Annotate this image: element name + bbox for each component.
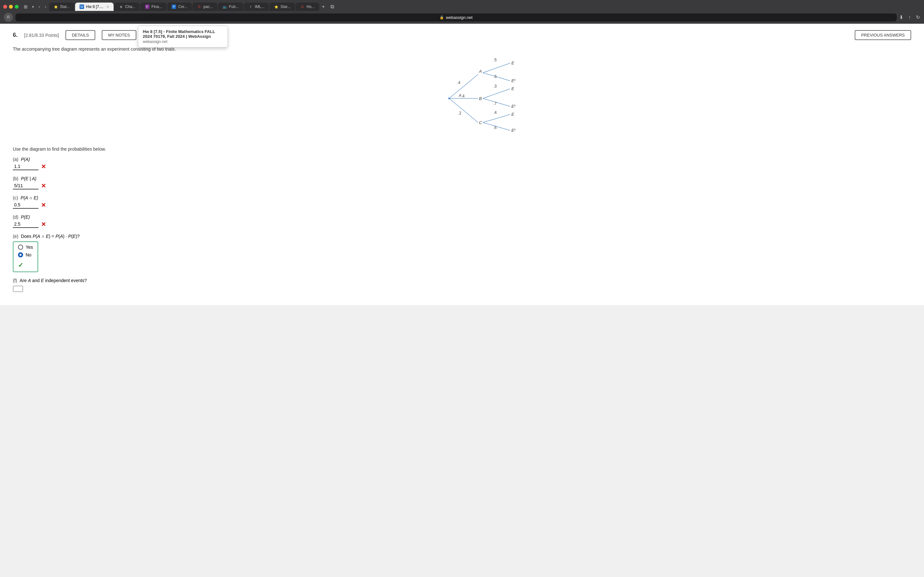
part-a: (a) P(A) ✕ bbox=[13, 157, 911, 170]
svg-text:E: E bbox=[511, 86, 514, 91]
svg-line-10 bbox=[483, 63, 510, 73]
part-c-question: (c) P(A ∩ E) bbox=[13, 195, 911, 200]
tree-diagram: A .4 A B .4 C .2 E Ec .5 .5 E Ec .3 .7 E… bbox=[385, 57, 539, 140]
tooltip-url: webassign.net bbox=[143, 39, 223, 44]
part-b-wrong-icon: ✕ bbox=[41, 182, 46, 189]
svg-text:.6: .6 bbox=[493, 125, 497, 130]
back-btn[interactable]: ‹ bbox=[37, 3, 42, 10]
part-b-label: P(E | A) bbox=[21, 176, 36, 181]
svg-text:.5: .5 bbox=[493, 74, 497, 79]
part-b-question: (b) P(E | A) bbox=[13, 176, 911, 181]
part-e: (e) Does P(A ∩ E) = P(A) · P(E)? Yes No … bbox=[13, 234, 911, 272]
window-minimize-btn[interactable] bbox=[9, 5, 13, 9]
part-e-yes-radio[interactable] bbox=[18, 245, 23, 250]
part-e-no-radio[interactable] bbox=[18, 252, 23, 258]
tab-tooltip: Hw 8 [7.5] - Finite Mathematics FALL 202… bbox=[138, 26, 228, 47]
part-d-question: (d) P(E) bbox=[13, 214, 911, 219]
part-b-id: (b) bbox=[13, 176, 18, 181]
page-icon: R bbox=[4, 13, 13, 22]
tooltip-title: Hw 8 [7.5] - Finite Mathematics FALL 202… bbox=[143, 29, 223, 39]
part-c-id: (c) bbox=[13, 195, 18, 200]
details-button[interactable]: DETAILS bbox=[65, 30, 95, 40]
tab-cor[interactable]: P Cor... bbox=[167, 3, 192, 11]
part-b-input[interactable] bbox=[13, 182, 39, 189]
svg-line-16 bbox=[483, 89, 510, 98]
tab-cha-label: Cha... bbox=[125, 5, 136, 9]
part-a-wrong-icon: ✕ bbox=[41, 163, 46, 170]
part-e-question: (e) Does P(A ∩ E) = P(A) · P(E)? bbox=[13, 234, 911, 239]
part-f: (f) Are A and E independent events? bbox=[13, 278, 911, 293]
star-favicon: ⭐ bbox=[53, 5, 58, 9]
part-d-input[interactable] bbox=[13, 221, 39, 228]
tab-star2[interactable]: ⭐ Star... bbox=[270, 3, 295, 11]
part-f-radio-group bbox=[13, 285, 23, 292]
address-bar[interactable]: 🔒 webassign.net bbox=[15, 13, 897, 21]
svg-text:.2: .2 bbox=[458, 111, 461, 115]
cor-favicon: P bbox=[172, 5, 176, 9]
forward-btn[interactable]: › bbox=[43, 3, 48, 10]
part-a-id: (a) bbox=[13, 157, 18, 162]
part-d: (d) P(E) ✕ bbox=[13, 214, 911, 228]
tab-star[interactable]: ⭐ Star... bbox=[49, 3, 74, 11]
previous-answers-button[interactable]: PREVIOUS ANSWERS bbox=[855, 30, 911, 40]
svg-line-2 bbox=[449, 98, 478, 122]
download-icon[interactable]: ⬇ bbox=[899, 15, 903, 20]
question-number: 6. bbox=[13, 32, 18, 39]
part-e-no-option[interactable]: No bbox=[18, 252, 33, 258]
part-e-yes-option[interactable]: Yes bbox=[18, 245, 33, 250]
part-c-input[interactable] bbox=[13, 201, 39, 209]
star2-favicon: ⭐ bbox=[274, 5, 278, 9]
tab-iml[interactable]: I IML... bbox=[244, 3, 269, 11]
main-content: 6. [2.81/8.33 Points] DETAILS MY NOTES P… bbox=[0, 24, 924, 305]
tab-fina[interactable]: F Fina... bbox=[141, 3, 166, 11]
svg-text:E: E bbox=[511, 112, 514, 117]
new-tab-btn[interactable]: + bbox=[320, 3, 326, 10]
part-d-wrong-icon: ✕ bbox=[41, 221, 46, 228]
tab-star2-label: Star... bbox=[280, 5, 290, 9]
tab-star-label: Star... bbox=[60, 5, 70, 9]
svg-text:.4: .4 bbox=[457, 81, 460, 85]
tab-pac[interactable]: G pac... bbox=[192, 3, 217, 11]
window-maximize-btn[interactable] bbox=[15, 5, 19, 9]
my-notes-button[interactable]: MY NOTES bbox=[102, 30, 136, 40]
tab-ho[interactable]: G Ho... bbox=[296, 3, 319, 11]
iml-favicon: I bbox=[248, 5, 253, 9]
tab-manage-btn[interactable]: ⧉ bbox=[328, 3, 336, 10]
svg-text:B: B bbox=[479, 96, 482, 101]
reload-icon[interactable]: ↻ bbox=[916, 15, 920, 20]
svg-text:C: C bbox=[479, 120, 482, 125]
svg-text:.4: .4 bbox=[461, 94, 465, 98]
use-diagram-text: Use the diagram to find the probabilitie… bbox=[13, 147, 911, 152]
svg-text:.4: .4 bbox=[493, 110, 497, 115]
part-e-yes-label: Yes bbox=[26, 245, 33, 250]
tab-cor-label: Cor... bbox=[178, 5, 187, 9]
part-b-answer-row: ✕ bbox=[13, 182, 911, 189]
chevron-down-btn[interactable]: ▾ bbox=[30, 4, 36, 10]
sidebar-toggle-btn[interactable]: ⊞ bbox=[22, 3, 29, 10]
address-text: webassign.net bbox=[446, 15, 473, 20]
pac-favicon: G bbox=[197, 5, 202, 9]
part-e-radio-group: Yes No ✓ bbox=[13, 242, 38, 272]
part-f-question: (f) Are A and E independent events? bbox=[13, 278, 911, 283]
svg-text:.3: .3 bbox=[493, 84, 497, 89]
share-icon[interactable]: ↑ bbox=[909, 15, 911, 20]
svg-text:Ec: Ec bbox=[511, 128, 516, 133]
svg-text:Ec: Ec bbox=[511, 78, 516, 83]
window-close-btn[interactable] bbox=[3, 5, 7, 9]
svg-text:.5: .5 bbox=[493, 58, 497, 62]
tab-hw8-label: Hw 8 [7.... bbox=[86, 5, 103, 9]
tab-hw8-close[interactable]: ✕ bbox=[107, 5, 109, 9]
part-a-label: P(A) bbox=[21, 157, 30, 162]
ho-favicon: G bbox=[300, 5, 305, 9]
part-c-wrong-icon: ✕ bbox=[41, 201, 46, 209]
part-a-input[interactable] bbox=[13, 163, 39, 170]
part-a-answer-row: ✕ bbox=[13, 163, 911, 170]
tab-fub[interactable]: 📺 Fub... bbox=[218, 3, 243, 11]
part-e-no-label: No bbox=[26, 252, 31, 258]
part-c-answer-row: ✕ bbox=[13, 201, 911, 209]
svg-text:A: A bbox=[459, 93, 461, 98]
tab-hw8[interactable]: W Hw 8 [7.... ✕ bbox=[75, 3, 113, 11]
browser-toolbar: ⬇ ↑ ↻ bbox=[899, 15, 921, 20]
part-e-check-row: ✓ bbox=[18, 261, 33, 269]
tab-cha[interactable]: ⚙ Cha... bbox=[114, 3, 140, 11]
